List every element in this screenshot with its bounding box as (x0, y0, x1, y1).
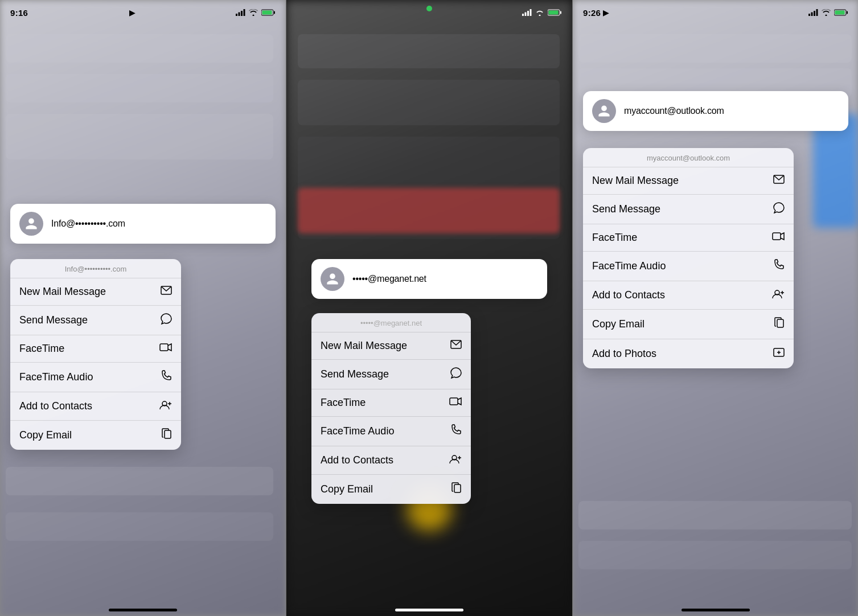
status-icons-3 (808, 9, 848, 16)
svg-rect-31 (847, 11, 848, 14)
avatar-1 (19, 212, 43, 236)
menu-item-label-facetime-audio-2: FaceTime Audio (321, 425, 394, 437)
menu-item-facetime-1[interactable]: FaceTime (10, 335, 181, 363)
menu-item-label-facetime-2: FaceTime (321, 397, 366, 409)
status-time-3: 9:26 (583, 8, 601, 18)
status-icons-2 (522, 9, 562, 16)
menu-item-facetime-audio-1[interactable]: FaceTime Audio (10, 363, 181, 392)
bg-rect (298, 34, 560, 68)
menu-item-send-message-1[interactable]: Send Message (10, 306, 181, 335)
svg-rect-15 (527, 11, 529, 16)
menu-item-send-message-3[interactable]: Send Message (583, 195, 794, 224)
message-icon-3 (773, 202, 785, 216)
signal-icon-3 (808, 9, 818, 16)
add-contact-icon-2 (449, 454, 462, 467)
email-address-1: Info@••••••••••.com (51, 219, 125, 229)
svg-rect-5 (274, 11, 275, 14)
menu-item-label-facetime-audio-3: FaceTime Audio (592, 260, 666, 272)
menu-item-copy-email-2[interactable]: Copy Email (311, 475, 471, 504)
phone-panel-1: 9:16 ▶ (0, 0, 286, 616)
svg-rect-38 (777, 319, 783, 327)
email-address-2: •••••@meganet.net (352, 274, 426, 284)
context-menu-2: •••••@meganet.net New Mail Message Send … (311, 313, 471, 504)
add-contact-icon-3 (772, 289, 785, 302)
menu-item-label-add-contacts-1: Add to Contacts (19, 400, 92, 412)
menu-item-facetime-audio-2[interactable]: FaceTime Audio (311, 417, 471, 446)
signal-icon-2 (522, 9, 532, 16)
bg-rect (298, 80, 560, 125)
menu-item-copy-email-1[interactable]: Copy Email (10, 421, 181, 450)
menu-item-add-contacts-1[interactable]: Add to Contacts (10, 392, 181, 421)
facetime-icon-1 (159, 343, 172, 355)
email-header-card-2: •••••@meganet.net (311, 259, 547, 299)
menu-item-label-send-3: Send Message (592, 203, 660, 215)
context-menu-3: myaccount@outlook.com New Mail Message S… (583, 148, 794, 368)
copy-icon-1 (162, 428, 172, 442)
svg-rect-25 (454, 484, 461, 492)
wifi-icon-3 (822, 9, 831, 16)
copy-icon-3 (774, 317, 785, 331)
menu-item-label-send-2: Send Message (321, 368, 389, 380)
wifi-icon-2 (535, 9, 544, 16)
phone-panel-3: 9:26 ▶ (573, 0, 858, 616)
photos-icon-3 (773, 347, 785, 361)
status-icons-1 (236, 9, 276, 16)
status-bar-3: 9:26 ▶ (573, 0, 858, 25)
svg-rect-12 (165, 430, 171, 438)
mail-icon-3 (773, 175, 785, 187)
svg-rect-16 (530, 9, 532, 16)
home-indicator-3 (682, 609, 750, 611)
svg-rect-26 (808, 14, 810, 16)
menu-item-label-send-1: Send Message (19, 314, 88, 326)
status-time-1: 9:16 (10, 8, 28, 18)
home-indicator-2 (395, 609, 463, 611)
bg-rect (578, 541, 852, 569)
email-header-card-1: Info@••••••••••.com (10, 204, 276, 244)
menu-item-facetime-audio-3[interactable]: FaceTime Audio (583, 252, 794, 281)
facetime-icon-2 (449, 397, 462, 409)
location-arrow-3: ▶ (603, 9, 609, 17)
phone-icon-1 (161, 370, 172, 384)
wifi-icon (249, 9, 258, 16)
battery-icon-2 (548, 9, 562, 16)
status-bar-1: 9:16 ▶ (0, 0, 286, 25)
menu-item-new-mail-3[interactable]: New Mail Message (583, 167, 794, 195)
menu-header-3: myaccount@outlook.com (583, 148, 794, 167)
green-dot-2 (426, 6, 432, 11)
bg-rect (578, 34, 852, 63)
menu-item-label-add-contacts-2: Add to Contacts (321, 454, 393, 466)
menu-item-new-mail-1[interactable]: New Mail Message (10, 278, 181, 306)
facetime-icon-3 (772, 232, 785, 244)
svg-rect-14 (525, 13, 527, 17)
menu-header-2: •••••@meganet.net (311, 313, 471, 332)
bg-rect (6, 114, 273, 159)
menu-item-label-add-photos-3: Add to Photos (592, 348, 656, 360)
menu-item-facetime-3[interactable]: FaceTime (583, 224, 794, 252)
menu-item-label-facetime-3: FaceTime (592, 232, 637, 244)
person-icon-3 (597, 104, 611, 118)
status-bar-2 (286, 0, 572, 25)
svg-rect-3 (243, 9, 245, 16)
person-icon-2 (326, 272, 339, 286)
svg-rect-21 (450, 398, 458, 405)
menu-item-label-new-mail-2: New Mail Message (321, 340, 407, 352)
menu-item-send-message-2[interactable]: Send Message (311, 360, 471, 389)
avatar-2 (321, 267, 344, 291)
menu-item-label-new-mail-3: New Mail Message (592, 175, 679, 187)
svg-rect-32 (835, 11, 845, 15)
bg-blue-rect (813, 114, 858, 228)
add-contact-icon-1 (159, 400, 172, 413)
status-time-arrow-1: ▶ (129, 9, 135, 17)
menu-item-new-mail-2[interactable]: New Mail Message (311, 332, 471, 360)
phone-icon-2 (450, 424, 462, 438)
menu-item-add-contacts-3[interactable]: Add to Contacts (583, 281, 794, 310)
copy-icon-2 (451, 482, 462, 496)
menu-item-label-add-contacts-3: Add to Contacts (592, 289, 665, 301)
menu-item-add-contacts-2[interactable]: Add to Contacts (311, 446, 471, 475)
menu-item-facetime-2[interactable]: FaceTime (311, 389, 471, 417)
message-icon-2 (450, 367, 462, 381)
phone-icon-3 (773, 259, 785, 273)
menu-item-copy-email-3[interactable]: Copy Email (583, 310, 794, 339)
menu-item-add-photos-3[interactable]: Add to Photos (583, 339, 794, 368)
svg-rect-0 (236, 14, 237, 16)
